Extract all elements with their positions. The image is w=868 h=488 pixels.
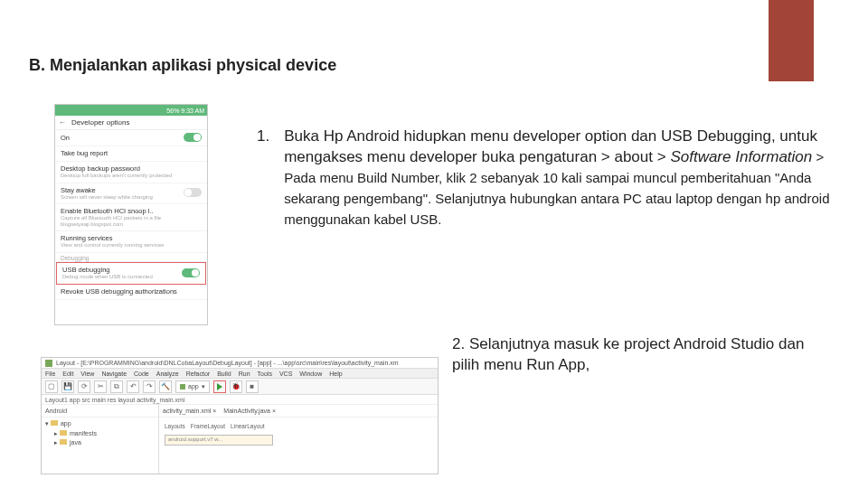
slide-accent [769,0,814,81]
tree-java: ▸ java [45,438,155,448]
toggle-on-icon [184,133,202,142]
folder-icon [60,439,67,445]
copy-icon: ⧉ [110,380,123,393]
debug-icon: 🐞 [230,380,242,393]
palette-row: Layouts FrameLayout LinearLayout [165,423,432,429]
ide-body: Android ▾ app ▸ manifests ▸ java activit… [42,405,438,474]
menu-refactor: Refactor [186,371,210,377]
blog-link: blogsetyaaji.blogspot.com [61,221,202,228]
project-tree: ▾ app ▸ manifests ▸ java [42,418,158,450]
tree-java-label: java [70,439,81,446]
row-backup: Desktop backup password Desktop full bac… [55,162,207,183]
toggle-off-icon [184,188,202,197]
row-hdcp-title: Enable Bluetooth HCI snoop l.. [61,207,202,215]
tree-app: ▾ app [45,419,155,429]
open-icon: ▢ [45,380,58,393]
row-services-title: Running services [61,234,202,242]
phone-screenshot: 56% 9:33 AM ← Developer options On Take … [54,104,208,325]
undo-icon: ↶ [127,380,139,393]
ide-window-title: Layout - [E:\PROGRAMMING\android\DNLCoba… [42,358,438,369]
menu-help: Help [329,371,342,377]
section-heading: B. Menjalankan aplikasi physical device [29,56,336,75]
menu-analyze: Analyze [156,371,179,377]
save-icon: 💾 [61,380,74,393]
row-revoke-label: Revoke USB debugging authorizations [61,287,202,296]
ide-screenshot: Layout - [E:\PROGRAMMING\android\DNLCoba… [41,357,439,474]
row-bug: Take bug report [55,146,207,162]
step1-number: 1. [257,127,269,230]
mock-input: android.support.v7.w... [165,435,273,446]
project-panel: Android ▾ app ▸ manifests ▸ java [42,405,159,474]
ide-toolbar: ▢ 💾 ⟳ ✂ ⧉ ↶ ↷ 🔨 app ▾ 🐞 ■ [42,379,438,395]
menu-file: File [45,371,55,377]
chevron-down-icon: ▾ [202,383,205,390]
breadcrumb: Layout1 app src main res layout activity… [42,395,438,405]
phone-titlebar: ← Developer options [55,116,207,130]
project-panel-header: Android [42,405,158,418]
menu-window: Window [299,371,322,377]
row-usb-debugging: USB debugging Debug mode when USB is con… [56,262,206,285]
row-on: On [55,130,207,146]
tab-layout: activity_main.xml × [163,408,216,414]
screen-title: Developer options [71,118,129,127]
row-usb-title: USB debugging [62,266,153,274]
palette-linear: LinearLayout [231,423,265,429]
menu-tools: Tools [258,371,272,377]
menu-code: Code [134,371,149,377]
row-revoke: Revoke USB debugging authorizations [55,285,207,300]
step1-text: Buka Hp Android hidupkan menu developer … [284,127,835,230]
menu-edit: Edit [62,371,73,377]
menu-build: Build [217,371,231,377]
editor-tabs: activity_main.xml × MainActivity.java × [159,405,438,418]
status-text: 56% 9:33 AM [166,108,204,114]
row-bug-label: Take bug report [61,149,202,157]
ide-title-text: Layout - [E:\PROGRAMMING\android\DNLCoba… [56,360,399,366]
palette-layouts: Layouts [165,423,185,429]
folder-icon [51,420,58,426]
debug-section-label: Debugging [55,253,207,262]
ide-menubar: File Edit View Navigate Code Analyze Ref… [42,369,438,379]
row-on-label: On [61,134,70,142]
row-usb-sub: Debug mode when USB is connected [62,274,153,280]
run-app-button [213,380,226,393]
row-backup-sub: Desktop full backups aren't currently pr… [61,173,202,179]
menu-vcs: VCS [279,371,292,377]
phone-status-bar: 56% 9:33 AM [55,105,207,116]
tab-activity: MainActivity.java × [223,408,276,414]
row-stay-title: Stay awake [61,186,153,194]
row-hdcp: Enable Bluetooth HCI snoop l.. Capture a… [55,204,207,231]
sync-icon: ⟳ [78,380,90,393]
tree-app-label: app [61,420,71,427]
design-canvas: Layouts FrameLayout LinearLayout android… [159,418,438,451]
row-backup-title: Desktop backup password [61,164,202,173]
run-config-label: app [188,383,199,389]
hammer-icon: 🔨 [159,380,172,393]
palette-frame: FrameLayout [191,423,225,429]
row-services: Running services View and control curren… [55,231,207,253]
redo-icon: ↷ [143,380,156,393]
step1-block: 1. Buka Hp Android hidupkan menu develop… [257,127,835,230]
back-icon: ← [59,118,66,127]
menu-navigate: Navigate [101,371,127,377]
editor-panel: activity_main.xml × MainActivity.java × … [159,405,438,474]
play-icon [217,383,222,390]
menu-run: Run [239,371,250,377]
breadcrumb-text: Layout1 app src main res layout activity… [45,397,184,403]
row-stay: Stay awake Screen will never sleep while… [55,183,207,205]
project-mode-label: Android [45,408,67,414]
row-services-sub: View and control currently running servi… [61,242,202,249]
folder-icon [60,430,67,436]
toggle-usb-icon [182,268,200,277]
run-config-dropdown: app ▾ [175,380,210,393]
step2-text: 2. Selanjutnya masuk ke project Android … [452,334,832,376]
step1-italic: Software Information [670,148,812,165]
row-hdcp-sub: Capture all Bluetooth HCI packets in a f… [61,215,202,221]
row-stay-sub: Screen will never sleep while charging [61,194,153,201]
menu-view: View [80,371,94,377]
app-module-icon [180,384,185,389]
stop-icon: ■ [246,380,259,393]
cut-icon: ✂ [94,380,107,393]
tree-manifests: ▸ manifests [45,429,155,439]
android-studio-icon [45,360,52,367]
tree-manifests-label: manifests [70,430,97,436]
